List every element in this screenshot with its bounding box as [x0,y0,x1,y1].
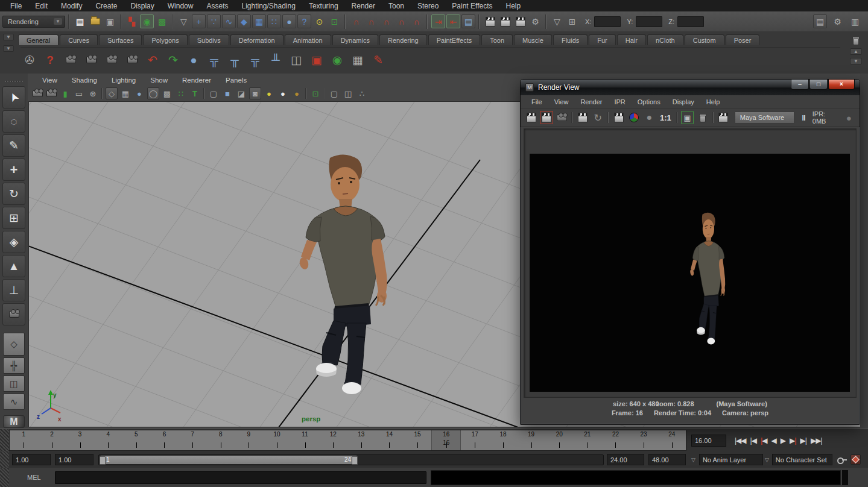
input-connections-icon[interactable]: ⇥ [431,14,445,28]
share-view-icon[interactable]: ∴ [356,87,368,99]
image-plane-icon[interactable]: ▭ [73,87,85,99]
ipr-render-button[interactable] [576,111,589,124]
panel-menu-renderer[interactable]: Renderer [175,77,218,84]
lasso-select-tool[interactable]: ◌ [2,110,25,133]
frame-cell[interactable]: 9 [235,430,263,450]
construction-history-icon[interactable]: ▤ [461,14,475,28]
panel-menu-shading[interactable]: Shading [65,77,104,84]
frame-cell[interactable]: 13 [347,430,376,450]
frame-cell[interactable]: 21 [574,430,602,450]
remove-image-button[interactable] [696,111,709,124]
default-material-icon[interactable]: ▦ [119,87,131,99]
save-scene-icon[interactable]: ▣ [103,14,117,28]
mask-funnel-icon[interactable]: ▽ [177,14,191,28]
layout-persp-graph-button[interactable]: ∿ [3,394,25,410]
symmetry-object-icon[interactable]: ⊞ [565,14,579,28]
frame-cell[interactable]: 10 [263,430,291,450]
range-grip[interactable] [0,451,9,468]
wireframe-on-shaded-icon[interactable]: ∷ [175,87,187,99]
attribute-editor-icon[interactable]: ▤ [813,14,827,28]
select-by-object-icon[interactable]: ◉ [140,14,154,28]
shelf-tab-curves[interactable]: Curves [60,34,98,45]
menu-paint-effects[interactable]: Paint Effects [445,2,499,10]
z-input[interactable] [677,16,704,27]
rv-menu-render[interactable]: Render [574,98,608,105]
menu-edit[interactable]: Edit [28,2,54,10]
character-set-selector[interactable]: No Character Set [772,454,832,465]
menu-toon[interactable]: Toon [382,2,411,10]
shelf-tab-rendering[interactable]: Rendering [379,34,427,45]
snap-to-point-icon[interactable]: ∩ [379,14,393,28]
paint-selection-tool[interactable]: ✎ [2,134,25,157]
mask-rendering-icon[interactable]: ● [282,14,296,28]
rv-menu-view[interactable]: View [548,98,575,105]
rv-menu-file[interactable]: File [525,98,548,105]
minimize-button[interactable]: – [791,80,809,90]
render-current-frame-icon[interactable] [483,14,497,28]
frame-cell[interactable]: 1 [10,430,38,450]
panel-menu-panels[interactable]: Panels [218,77,254,84]
node-editor-icon[interactable]: ◫ [287,51,305,70]
shelf-tab-ncloth[interactable]: nCloth [647,34,683,45]
wireframe-mode-icon[interactable]: ◇ [106,87,118,99]
mask-dynamics-icon[interactable]: ∷ [267,14,281,28]
set-key-icon[interactable] [837,457,847,463]
lock-selection-icon[interactable]: ⊙ [312,14,326,28]
pan-zoom-icon[interactable]: ⊕ [87,87,99,99]
rv-menu-help[interactable]: Help [700,98,726,105]
panel-menu-show[interactable]: Show [143,77,175,84]
select-tool[interactable]: ➤ [2,86,25,108]
menu-lighting-shading[interactable]: Lighting/Shading [235,2,302,10]
command-language-label[interactable]: MEL [27,474,48,481]
frame-cell[interactable]: 5 [122,430,151,450]
frame-cell[interactable]: 22 [601,430,630,450]
flat-shade-icon[interactable]: ◯ [147,87,159,99]
rotate-tool[interactable]: ↻ [2,183,25,205]
shelf-menu-arrow-icon[interactable]: ▼ [3,45,14,52]
redo-icon[interactable]: ↷ [164,51,182,70]
rgb-channels-icon[interactable] [627,111,640,124]
tumble-camera-icon[interactable] [62,51,80,70]
shelf-tab-toon[interactable]: Toon [481,34,513,45]
shelf-tab-arrow-icon[interactable]: ▼ [3,34,14,40]
snap-to-grid-icon[interactable]: ∩ [349,14,363,28]
shelf-tab-general[interactable]: General [18,34,59,45]
snapshot-button[interactable] [556,111,568,124]
animation-end-field[interactable]: 48.00 [648,454,686,465]
bookmark-icon[interactable]: ▮ [59,87,71,99]
step-forward-frame-button[interactable]: ▶| [800,436,806,445]
channel-box-icon[interactable]: ▥ [848,14,862,28]
select-by-component-icon[interactable]: ▩ [155,14,169,28]
menu-assets[interactable]: Assets [200,2,235,10]
scene-browser-icon[interactable]: ✇ [21,51,39,70]
menu-set-selector[interactable]: Rendering ▼ [2,16,65,28]
move-tool[interactable]: + [2,159,25,181]
range-slider-groove[interactable]: 1 24 [98,454,604,465]
command-grip[interactable] [0,468,9,487]
renderer-selector[interactable]: Maya Software [735,112,795,124]
play-backwards-button[interactable]: ◀ [771,436,776,445]
frame-cell[interactable]: 20 [545,430,574,450]
delete-unused-nodes-icon[interactable]: ● [185,51,203,70]
frame-cell[interactable]: 11 [291,430,319,450]
shelf-trash-icon[interactable] [853,38,859,45]
pause-ipr-icon[interactable]: ‖ [802,113,806,122]
maya-logo[interactable]: M [3,415,25,428]
mask-surfaces-icon[interactable]: ◆ [237,14,251,28]
step-forward-key-button[interactable]: ▶| [790,436,796,445]
light-yellow-icon[interactable]: ● [263,87,275,99]
rv-menu-options[interactable]: Options [632,98,667,105]
render-diagnostics-icon[interactable] [513,14,527,28]
zoom-one-to-one-button[interactable]: 1:1 [658,113,673,122]
hierarchy-unparent-icon[interactable]: ╥ [226,51,244,70]
menu-create[interactable]: Create [89,2,124,10]
shelf-tab-polygons[interactable]: Polygons [143,34,187,45]
hierarchy-ungroup-icon[interactable]: ╨ [267,51,285,70]
frame-cell[interactable]: 15 [404,430,432,450]
make-live-icon[interactable]: ∩ [410,14,423,28]
mask-points-icon[interactable]: ∵ [207,14,221,28]
mask-deformations-icon[interactable]: ▦ [252,14,266,28]
shelf-tab-fur[interactable]: Fur [589,34,616,45]
duplicate-special-icon[interactable]: ◉ [328,51,346,70]
rv-menu-display[interactable]: Display [667,98,700,105]
